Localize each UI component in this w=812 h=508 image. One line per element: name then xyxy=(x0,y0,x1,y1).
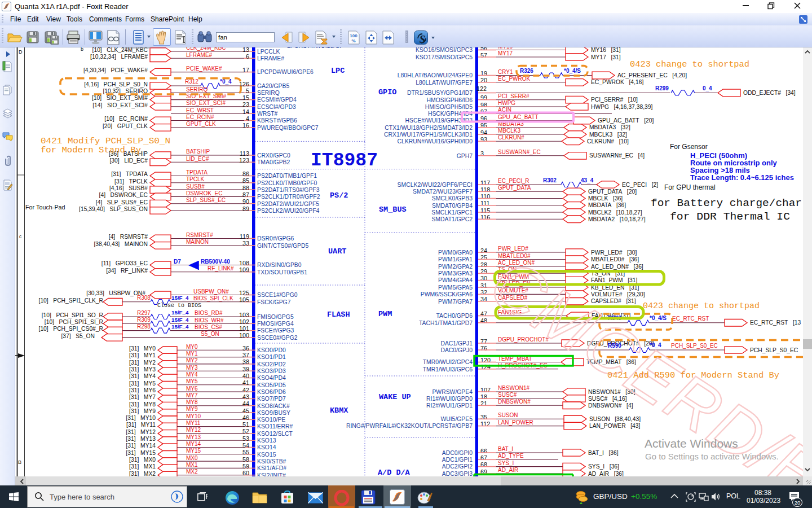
svg-text:KSO13: KSO13 xyxy=(257,437,276,444)
svg-text:MY0: MY0 xyxy=(186,344,198,350)
svg-text:SMCLK2/WUI22/GPF6/PECI: SMCLK2/WUI22/GPF6/PECI xyxy=(398,182,473,188)
svg-text:100: 100 xyxy=(350,33,358,38)
svg-text:41: 41 xyxy=(242,379,249,386)
svg-text:PCI_SERR# [10]: PCI_SERR# [10] xyxy=(591,97,638,103)
svg-text:BIOS_CS#: BIOS_CS# xyxy=(195,324,222,330)
svg-text:KSO11/ERR#: KSO11/ERR# xyxy=(257,423,293,430)
svg-text:R308: R308 xyxy=(137,295,151,301)
svg-text:KSO5/PD5: KSO5/PD5 xyxy=(257,382,286,388)
svg-text:TMR0/WUI2/GPC4: TMR0/WUI2/GPC4 xyxy=(423,359,473,365)
svg-text:125: 125 xyxy=(239,290,249,296)
svg-text:[4,16] PCH_SLP_S0_N: [4,16] PCH_SLP_S0_N xyxy=(84,81,148,87)
svg-text:HMISO/GPH5/ID5: HMISO/GPH5/ID5 xyxy=(425,104,473,110)
svg-text:55: 55 xyxy=(242,449,249,456)
svg-text:MY17: MY17 xyxy=(498,50,513,56)
svg-text:TMA0/GPB2: TMA0/GPB2 xyxy=(257,159,290,165)
svg-text:LPCRST#/WUI15/GP: LPCRST#/WUI15/GP xyxy=(287,47,343,49)
svg-text:AD_AIR: AD_AIR xyxy=(498,467,518,473)
svg-text:MY16 [31]: MY16 [31] xyxy=(591,47,621,53)
svg-text:KSO0/PD0: KSO0/PD0 xyxy=(257,347,286,353)
svg-text:A/D D/A: A/D D/A xyxy=(378,468,411,476)
svg-text:DTR1/SBUSY/GPG1/ID7: DTR1/SBUSY/GPG1/ID7 xyxy=(407,90,473,96)
svg-text:37: 37 xyxy=(242,352,249,358)
svg-text:ADC2/GPI2: ADC2/GPI2 xyxy=(442,463,473,470)
svg-text:PWM4/GPA4: PWM4/GPA4 xyxy=(438,277,473,283)
svg-text:43: 43 xyxy=(242,393,249,400)
svg-text:[31] MY4: [31] MY4 xyxy=(129,373,156,379)
svg-text:Close to BIOS: Close to BIOS xyxy=(157,303,201,309)
svg-text:SYS_I [36]: SYS_I [36] xyxy=(588,463,619,470)
svg-text:MBCLK [36]: MBCLK [36] xyxy=(588,195,623,202)
svg-text:PWM5/GPA5: PWM5/GPA5 xyxy=(438,284,473,291)
svg-text:KSO1/PD1: KSO1/PD1 xyxy=(257,354,286,360)
svg-text:SUSWARN#_EC [4]: SUSWARN#_EC [4] xyxy=(589,152,645,159)
svg-text:PWR_LED# [30]: PWR_LED# [30] xyxy=(591,249,637,256)
svg-text:RING#/PWRFAIL#/CK32KOUT/LPCRST: RING#/PWRFAIL#/CK32KOUT/LPCRST#/GPB7 xyxy=(346,423,473,429)
svg-text:HWPG: HWPG xyxy=(498,100,515,106)
svg-text:[4] DSWROK_EC: [4] DSWROK_EC xyxy=(99,192,148,198)
svg-text:33: 33 xyxy=(242,240,249,247)
svg-text:CLKRUN#: CLKRUN# xyxy=(498,134,524,141)
svg-text:105: 105 xyxy=(239,296,249,303)
svg-text:39: 39 xyxy=(242,366,249,373)
svg-text:PWM2/GPA2: PWM2/GPA2 xyxy=(438,264,473,270)
svg-text:[31] MY9: [31] MY9 xyxy=(129,408,156,414)
svg-text:109: 109 xyxy=(239,266,249,273)
svg-text:ADC1/GPI1: ADC1/GPI1 xyxy=(442,457,473,463)
svg-text:CRX0/GPC0: CRX0/GPC0 xyxy=(257,152,290,159)
svg-text:[31] TPDATA: [31] TPDATA xyxy=(111,171,148,177)
svg-text:KSO2/PD2: KSO2/PD2 xyxy=(257,361,286,367)
svg-text:PWM0/GPA0: PWM0/GPA0 xyxy=(438,249,473,256)
svg-text:58: 58 xyxy=(242,456,249,463)
svg-text:5: 5 xyxy=(246,87,249,94)
svg-text:52: 52 xyxy=(242,428,249,435)
svg-text:GPU_AC_BATT: GPU_AC_BATT xyxy=(498,114,539,120)
svg-text:EC_RTC_RST: EC_RTC_RST xyxy=(672,316,709,322)
svg-text:MY13: MY13 xyxy=(186,434,201,440)
svg-text:KSI0/STB#: KSI0/STB# xyxy=(257,458,286,465)
svg-text:EC_RCIN#: EC_RCIN# xyxy=(186,114,214,120)
svg-text:SUSWARN#_EC: SUSWARN#_EC xyxy=(498,149,541,155)
svg-text:R302: R302 xyxy=(543,177,557,183)
svg-text:0421 Add R590 for Modern Stand: 0421 Add R590 for Modern Stand By xyxy=(607,370,779,380)
svg-text:[31] MY0: [31] MY0 xyxy=(129,345,156,352)
svg-text:SSCE0#/GPG2: SSCE0#/GPG2 xyxy=(257,335,298,341)
svg-text:PWM: PWM xyxy=(378,310,392,318)
svg-text:MBDATA [36]: MBDATA [36] xyxy=(588,202,626,208)
svg-text:*0_4/S: *0_4/S xyxy=(564,68,581,74)
svg-text:CRY1: CRY1 xyxy=(498,69,513,75)
svg-text:SUSON: SUSON xyxy=(498,412,518,418)
svg-text:MY1: MY1 xyxy=(186,351,198,357)
svg-text:SYS_I: SYS_I xyxy=(498,460,514,466)
svg-text:113: 113 xyxy=(240,150,249,157)
svg-text:Go to Settings to activate Win: Go to Settings to activate Windows. xyxy=(645,452,779,461)
svg-text:SMDAT1/GPC2: SMDAT1/GPC2 xyxy=(431,216,473,222)
svg-text:108: 108 xyxy=(239,260,249,266)
svg-text:[31] MX1: [31] MX1 xyxy=(129,463,156,470)
svg-text:DSWROK_EC: DSWROK_EC xyxy=(186,190,222,196)
svg-text:SUSB#: SUSB# xyxy=(186,183,205,190)
svg-text:MX0: MX0 xyxy=(186,455,198,461)
svg-text:PS2DAT2/WUI21/GPF5: PS2DAT2/WUI21/GPF5 xyxy=(257,201,319,207)
svg-text:PS2DAT0/TMB1/GPF1: PS2DAT0/TMB1/GPF1 xyxy=(257,173,317,179)
svg-text:86: 86 xyxy=(242,170,249,177)
svg-text:122: 122 xyxy=(476,85,487,92)
svg-text:R312: R312 xyxy=(185,78,198,85)
svg-text:102: 102 xyxy=(239,318,249,325)
svg-text:GPUT_CLK: GPUT_CLK xyxy=(186,121,216,127)
svg-text:[34] RF_LINK#: [34] RF_LINK# xyxy=(106,268,148,274)
svg-text:LAN_POWER: LAN_POWER xyxy=(498,419,533,426)
svg-text:CLKRUN#/WUI16/GPH0/ID0: CLKRUN#/WUI16/GPH0/ID0 xyxy=(398,138,473,144)
svg-text:EC_PECI [2]: EC_PECI [2] xyxy=(622,182,658,188)
svg-text:101: 101 xyxy=(239,325,249,332)
svg-text:PWM1/GPA1: PWM1/GPA1 xyxy=(438,256,473,262)
svg-text:RI2#/WUI1/GPD1: RI2#/WUI1/GPD1 xyxy=(426,402,473,409)
svg-text:WAKE UP: WAKE UP xyxy=(379,393,411,401)
svg-text:[31] TPCLK: [31] TPCLK xyxy=(114,178,148,185)
svg-text:R298: R298 xyxy=(137,323,151,330)
svg-text:88: 88 xyxy=(242,185,249,191)
svg-text:PWM3/GPA3: PWM3/GPA3 xyxy=(438,270,473,277)
svg-text:KSO9/BUSY: KSO9/BUSY xyxy=(257,410,290,416)
svg-text:KBRST#/GPB6: KBRST#/GPB6 xyxy=(257,117,297,124)
svg-text:MY15: MY15 xyxy=(186,448,201,454)
